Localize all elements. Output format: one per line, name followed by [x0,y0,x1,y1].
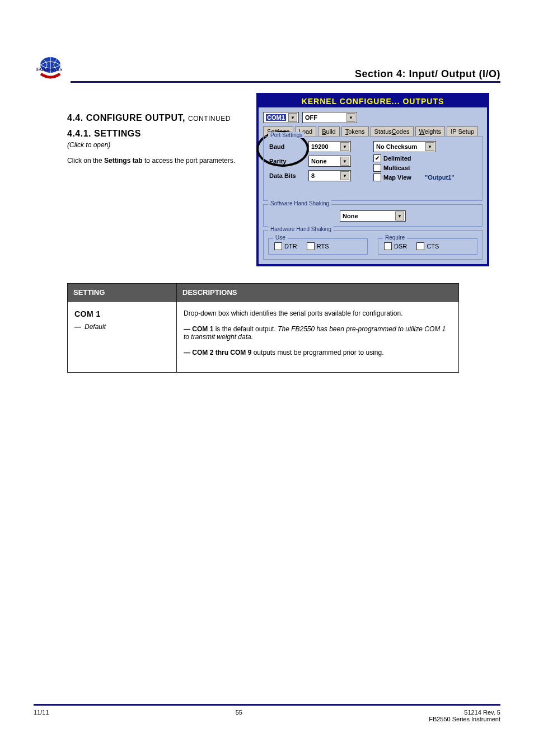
chevron-down-icon: ▼ [340,157,349,166]
port-settings-group: Port Settings Baud 19200▼ Parity None▼ D… [263,136,483,201]
desc-intro: Drop-down box which identifies the seria… [184,309,452,317]
tab-ipsetup[interactable]: IP Setup [447,126,478,136]
col-description: DESCRIPTIONS [177,284,459,302]
multicast-label: Multicast [383,165,410,171]
page-footer: 11/11 55 51214 Rev. 5 FB2550 Series Inst… [34,704,500,722]
databits-select[interactable]: 8▼ [308,170,351,181]
com-select[interactable]: COM1▼ [263,112,299,123]
hardware-handshaking-legend: Hardware Hand Shaking [268,226,334,232]
rts-checkbox[interactable] [307,242,315,250]
table-row: COM 1 — Default Drop-down box which iden… [68,302,459,373]
software-handshaking-legend: Software Hand Shaking [268,200,331,206]
multicast-checkbox[interactable] [373,164,381,172]
sublabel-hint: (Click to open) [67,141,256,149]
footer-model: FB2550 Series Instrument [429,716,500,722]
chevron-down-icon: ▼ [395,212,404,220]
kernel-configure-dialog: KERNEL CONFIGURE... OUTPUTS COM1▼ OFF▼ S… [256,93,489,266]
section-title: Section 4: Input/ Output (I/O) [71,68,500,80]
footer-date: 11/11 [34,709,49,722]
tab-statuscodes[interactable]: StatusCodes [371,126,414,136]
parity-label: Parity [269,158,308,165]
databits-label: Data Bits [269,172,308,179]
setting-default: Default [85,323,106,331]
software-handshaking-select[interactable]: None▼ [340,210,406,222]
baud-label: Baud [269,143,308,150]
mapview-checkbox[interactable] [373,173,381,181]
chevron-down-icon: ▼ [425,142,434,151]
col-setting: SETTING [68,284,177,302]
logo-brand: FAIRBANKS [32,67,66,72]
tab-weights[interactable]: Weights [415,126,446,136]
port-settings-legend: Port Settings [268,132,305,138]
footer-rev: 51214 Rev. 5 [429,709,500,716]
chevron-down-icon: ▼ [340,171,349,180]
output-name: "Output1" [425,174,455,181]
dtr-checkbox[interactable] [274,242,282,250]
mode-select[interactable]: OFF▼ [302,112,357,123]
tab-tokens[interactable]: Tokens [341,126,369,136]
parity-select[interactable]: None▼ [308,156,351,167]
chevron-down-icon: ▼ [340,142,349,151]
use-group: Use DTR RTS [268,238,368,255]
footer-page: 55 [236,709,242,722]
header-divider [71,81,500,83]
baud-select[interactable]: 19200▼ [308,141,351,152]
chevron-down-icon: ▼ [288,113,297,122]
cts-checkbox[interactable] [416,242,424,250]
require-group: Require DSR CTS [378,238,477,255]
dialog-title: KERNEL CONFIGURE... OUTPUTS [259,95,487,107]
delimited-checkbox[interactable]: ✔ [373,154,381,162]
delimited-label: Delimited [383,155,411,162]
dsr-checkbox[interactable] [384,242,392,250]
page-heading: 4.4. CONFIGURE OUTPUT, CONTINUED [67,113,256,123]
checksum-select[interactable]: No Checksum▼ [373,141,436,152]
hardware-handshaking-group: Hardware Hand Shaking Use DTR RTS Requir… [263,230,483,260]
tab-build[interactable]: Build [318,126,339,136]
body-instruction: Click on the Settings tab to access the … [67,157,256,165]
logo: FAIRBANKS [34,56,67,83]
mapview-label: Map View [383,174,411,181]
settings-table: SETTING DESCRIPTIONS COM 1 — Default Dro… [67,283,459,373]
chevron-down-icon: ▼ [346,113,355,122]
software-handshaking-group: Software Hand Shaking None▼ [263,204,483,227]
setting-name: COM 1 [74,309,170,318]
subheading-settings: 4.4.1. SETTINGS [67,129,256,139]
